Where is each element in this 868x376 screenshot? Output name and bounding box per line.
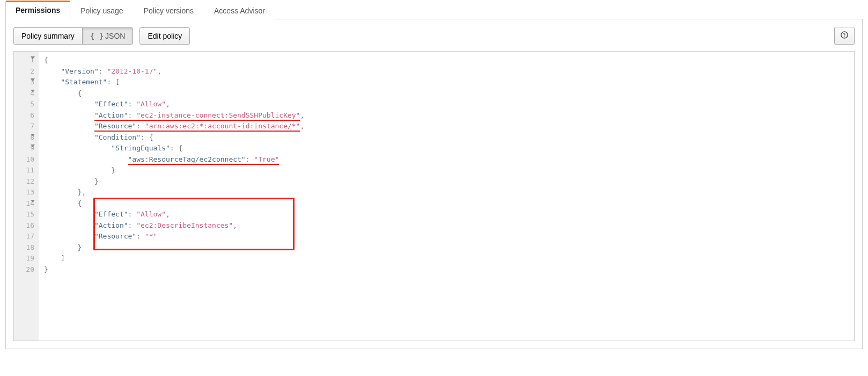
tab-permissions[interactable]: Permissions [5,1,70,19]
policy-toolbar: Policy summary { }JSON Edit policy ? [13,27,855,45]
gutter-line: 16 [14,220,34,232]
gutter-line: 12 [14,176,34,187]
help-button[interactable]: ? [834,27,855,45]
gutter-line: 3 [14,77,34,88]
tab-policy-usage[interactable]: Policy usage [70,1,133,19]
fold-caret-icon[interactable] [31,78,35,81]
fold-caret-icon[interactable] [31,200,35,203]
fold-caret-icon[interactable] [31,144,35,147]
permissions-panel: Policy summary { }JSON Edit policy ? 123… [5,19,863,349]
gutter-line: 14 [14,198,34,209]
gutter-line: 18 [14,242,34,254]
svg-text:?: ? [843,32,846,38]
gutter-line: 15 [14,209,34,220]
gutter-line: 9 [14,143,34,154]
fold-caret-icon[interactable] [31,134,35,136]
gutter-line: 7 [14,121,34,132]
help-icon: ? [841,31,848,39]
gutter-line: 1 [14,55,34,66]
gutter-line: 10 [14,154,34,165]
editor-code[interactable]: { "Version": "2012-10-17", "Statement": … [39,52,854,341]
gutter-line: 13 [14,187,34,198]
tab-policy-versions[interactable]: Policy versions [134,1,204,19]
gutter-line: 8 [14,132,34,143]
gutter-line: 2 [14,66,34,77]
tab-bar: Permissions Policy usage Policy versions… [5,0,863,19]
braces-icon: { } [90,32,104,40]
gutter-line: 5 [14,99,34,110]
editor-gutter: 1234567891011121314151617181920 [14,52,39,341]
json-view-button[interactable]: { }JSON [82,27,134,45]
fold-caret-icon[interactable] [31,90,35,92]
gutter-line: 6 [14,110,34,121]
tab-access-advisor[interactable]: Access Advisor [204,1,275,19]
fold-caret-icon[interactable] [31,56,35,59]
gutter-line: 19 [14,253,34,264]
gutter-line: 17 [14,231,34,242]
view-toggle-group: Policy summary { }JSON [13,27,133,45]
gutter-line: 4 [14,88,34,99]
edit-policy-button[interactable]: Edit policy [139,27,190,45]
gutter-line: 11 [14,165,34,176]
highlight-box-annotation [93,198,295,250]
policy-summary-button[interactable]: Policy summary [13,27,83,45]
gutter-line: 20 [14,264,34,276]
json-editor: 1234567891011121314151617181920 { "Versi… [13,51,855,341]
